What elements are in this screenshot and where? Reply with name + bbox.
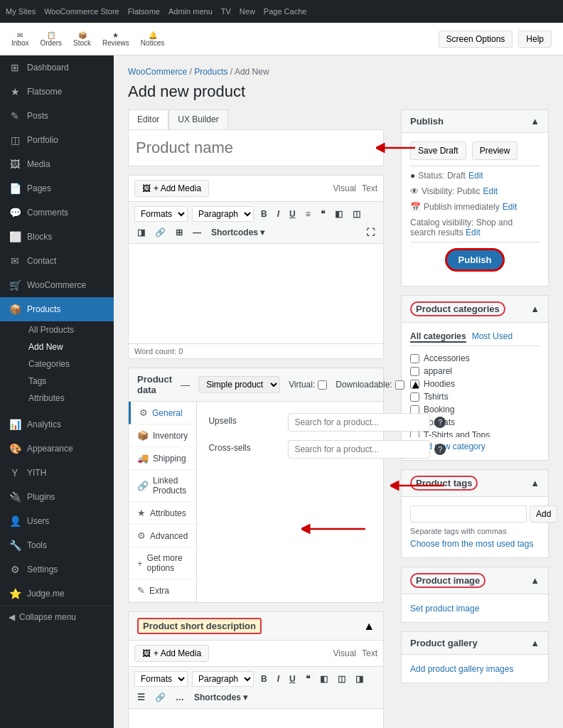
sidebar-item-woocommerce[interactable]: 🛒 WooCommerce: [0, 273, 114, 297]
cat-tab-all[interactable]: All categories: [410, 331, 466, 343]
short-desc-align-justify-button[interactable]: ☰: [134, 691, 148, 704]
sidebar-sub-attributes[interactable]: Attributes: [23, 390, 114, 407]
admin-bar-pagecache[interactable]: Page Cache: [264, 7, 307, 16]
visibility-edit-link[interactable]: Edit: [483, 186, 498, 196]
product-tab-shipping[interactable]: 🚚 Shipping: [129, 447, 196, 470]
sidebar-item-posts[interactable]: ✎ Posts: [0, 104, 114, 128]
align-left-button[interactable]: ◧: [332, 208, 345, 220]
product-tab-attributes[interactable]: ★ Attributes: [129, 502, 196, 525]
product-tab-linked[interactable]: 🔗 Linked Products: [129, 470, 196, 502]
product-data-collapse-button[interactable]: ▲: [410, 378, 422, 391]
help-button[interactable]: Help: [518, 31, 552, 48]
upsells-search-input[interactable]: [288, 413, 430, 432]
set-product-image-link[interactable]: Set product image: [410, 604, 479, 614]
sidebar-sub-tags[interactable]: Tags: [23, 373, 114, 390]
sidebar-item-blocks[interactable]: ⬜ Blocks: [0, 225, 114, 249]
short-desc-more-button[interactable]: …: [173, 691, 187, 704]
sidebar-item-products[interactable]: 📦 Products: [0, 297, 114, 321]
catalog-edit-link[interactable]: Edit: [466, 228, 481, 237]
short-desc-align-center-button[interactable]: ◫: [335, 673, 348, 685]
sidebar-item-comments[interactable]: 💬 Comments: [0, 200, 114, 225]
collapse-menu-button[interactable]: ◀ Collapse menu: [0, 606, 114, 628]
publish-edit-link[interactable]: Edit: [503, 202, 518, 212]
sidebar-item-media[interactable]: 🖼 Media: [0, 152, 114, 176]
toolbar-stock[interactable]: 📦 Stock: [73, 31, 91, 47]
underline-button[interactable]: U: [286, 208, 299, 220]
breadcrumb-products[interactable]: Products: [194, 67, 227, 77]
tab-ux-builder[interactable]: UX Builder: [168, 109, 227, 129]
sidebar-item-yith[interactable]: Y YITH: [0, 461, 114, 485]
short-desc-align-right-button[interactable]: ◨: [353, 673, 366, 685]
product-tab-inventory[interactable]: 📦 Inventory: [129, 424, 196, 447]
bold-button[interactable]: B: [258, 208, 270, 220]
short-desc-blockquote-button[interactable]: ❝: [303, 673, 313, 685]
short-desc-bold-button[interactable]: B: [258, 673, 270, 685]
admin-bar-adminmenu[interactable]: Admin menu: [168, 7, 213, 16]
publish-button[interactable]: Publish: [445, 248, 505, 272]
toolbar-inbox[interactable]: ✉ Inbox: [11, 31, 28, 47]
link-button[interactable]: 🔗: [152, 226, 168, 239]
sidebar-item-users[interactable]: 👤 Users: [0, 509, 114, 533]
sidebar-item-appearance[interactable]: 🎨 Appearance: [0, 437, 114, 461]
visual-tab[interactable]: Visual: [333, 183, 356, 193]
cat-checkbox-accessories[interactable]: [410, 354, 419, 363]
align-right-button[interactable]: ◨: [134, 226, 148, 239]
short-desc-shortcodes-button[interactable]: Shortcodes ▾: [191, 691, 250, 704]
short-desc-link-button[interactable]: 🔗: [152, 691, 168, 704]
sidebar-item-analytics[interactable]: 📊 Analytics: [0, 412, 114, 437]
short-desc-editor-area[interactable]: [129, 709, 383, 728]
categories-panel-header[interactable]: Product categories ▲: [402, 296, 548, 323]
short-desc-align-left-button[interactable]: ◧: [317, 673, 331, 685]
short-desc-formats-select[interactable]: Formats: [134, 671, 188, 687]
toolbar-reviews[interactable]: ★ Reviews: [102, 31, 129, 47]
downloadable-checkbox[interactable]: [395, 380, 404, 390]
screen-options-button[interactable]: Screen Options: [439, 31, 513, 48]
sidebar-sub-all-products[interactable]: All Products: [23, 321, 114, 338]
italic-button[interactable]: I: [274, 208, 282, 220]
product-tab-general[interactable]: ⚙ General: [129, 402, 196, 424]
strikethrough-button[interactable]: ≡: [303, 208, 313, 220]
admin-bar-tv[interactable]: TV: [221, 7, 231, 16]
sidebar-item-contact[interactable]: ✉ Contact: [0, 249, 114, 273]
short-desc-collapse-button[interactable]: ▲: [363, 620, 375, 633]
product-gallery-panel-header[interactable]: Product gallery ▲: [402, 632, 548, 655]
short-desc-add-media-button[interactable]: 🖼 + Add Media: [134, 645, 209, 662]
sidebar-sub-categories[interactable]: Categories: [23, 355, 114, 373]
breadcrumb-woocommerce[interactable]: WooCommerce: [128, 67, 187, 77]
cat-checkbox-tshirts[interactable]: [410, 392, 419, 402]
preview-button[interactable]: Preview: [472, 141, 518, 160]
sidebar-item-judgeme[interactable]: ⭐ Judge.me: [0, 582, 114, 606]
fullscreen-button[interactable]: ⛶: [363, 226, 377, 239]
paragraph-select[interactable]: Paragraph: [192, 206, 254, 222]
publish-panel-header[interactable]: Publish ▲: [402, 110, 548, 133]
editor-area[interactable]: [129, 244, 383, 343]
sidebar-sub-add-new[interactable]: Add New: [23, 338, 114, 355]
short-desc-paragraph-select[interactable]: Paragraph: [192, 671, 254, 687]
product-tab-advanced[interactable]: ⚙ Advanced: [129, 525, 196, 547]
tag-add-button[interactable]: Add: [530, 505, 557, 523]
toolbar-notices[interactable]: 🔔 Notices: [141, 31, 164, 47]
status-edit-link[interactable]: Edit: [468, 171, 483, 181]
sidebar-item-plugins[interactable]: 🔌 Plugins: [0, 485, 114, 509]
admin-bar-new[interactable]: New: [240, 7, 255, 16]
virtual-checkbox[interactable]: [318, 380, 327, 390]
short-desc-italic-button[interactable]: I: [274, 673, 282, 685]
admin-bar-mysites[interactable]: My Sites: [6, 7, 36, 16]
admin-bar-flatsome[interactable]: Flatsome: [128, 7, 160, 16]
sidebar-item-settings[interactable]: ⚙ Settings: [0, 557, 114, 582]
cat-checkbox-apparel[interactable]: [410, 367, 419, 376]
admin-bar-woocommerce[interactable]: WooCommerce Store: [44, 7, 119, 16]
product-tab-extra[interactable]: ✎ Extra: [129, 579, 196, 602]
sidebar-item-portfolio[interactable]: ◫ Portfolio: [0, 128, 114, 152]
add-gallery-images-link[interactable]: Add product gallery images: [410, 664, 513, 674]
crosssells-search-input[interactable]: [288, 440, 430, 459]
shortcodes-button[interactable]: Shortcodes ▾: [208, 226, 267, 239]
product-name-input[interactable]: [134, 136, 377, 160]
short-desc-text-tab[interactable]: Text: [362, 648, 377, 658]
toolbar-orders[interactable]: 📋 Orders: [40, 31, 62, 47]
product-type-select[interactable]: Simple product: [198, 376, 280, 393]
formats-select[interactable]: Formats: [134, 206, 188, 222]
upsells-help-icon[interactable]: ?: [434, 417, 446, 428]
sidebar-item-dashboard[interactable]: ⊞ Dashboard: [0, 55, 114, 80]
tab-editor[interactable]: Editor: [128, 109, 168, 129]
